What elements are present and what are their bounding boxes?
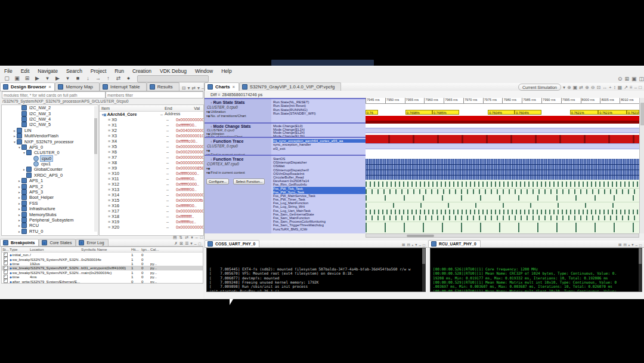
breakpoint-row[interactable]: ◆sw_breakp... /S32N79_System/NXP_S32N...… bbox=[2, 266, 203, 270]
debug-icon[interactable]: ▶ bbox=[33, 75, 42, 83]
register-row[interactable]: ≡ X18 – 0xffffffffff.. bbox=[100, 214, 203, 219]
tree-item[interactable]: ▸ MultiVendorFlash bbox=[2, 133, 98, 139]
maximize-icon[interactable]: □ bbox=[199, 242, 201, 246]
section-function-trace2-params[interactable]: Function Trace CORTEX_M7.cpu0 ▾◆ ▾◆Find … bbox=[205, 155, 271, 233]
param-label[interactable]: Find in current context bbox=[210, 171, 244, 174]
view-menu-icon[interactable]: ▾ bbox=[415, 242, 417, 247]
maximize-icon[interactable]: □ bbox=[423, 243, 425, 247]
tree-item[interactable]: ▸ APS_1 bbox=[2, 178, 98, 183]
col-val[interactable]: Val bbox=[183, 105, 203, 111]
param-label[interactable]: Utilization bbox=[210, 110, 225, 113]
tree-expander-icon[interactable]: ▸ bbox=[17, 184, 21, 189]
terminal-scrollbar[interactable] bbox=[422, 248, 425, 291]
run-icon[interactable]: ▶ bbox=[53, 75, 62, 83]
param-expander-icon[interactable]: ▾◆ bbox=[206, 110, 210, 113]
chart-horizontal-scrollbar[interactable] bbox=[366, 233, 639, 238]
col-location[interactable]: Location bbox=[30, 247, 81, 252]
breakpoint-checkbox[interactable] bbox=[4, 279, 8, 283]
col-type[interactable]: Type bbox=[10, 247, 30, 252]
tree-expander-icon[interactable]: ▾ bbox=[13, 140, 17, 144]
grid-icon[interactable]: ▦ bbox=[618, 85, 623, 90]
configure-button[interactable]: Configure... bbox=[206, 179, 229, 184]
register-row[interactable]: ≡ X10 – 0xffffff0000.. bbox=[100, 171, 203, 176]
collapse-all-icon[interactable]: ⊟ bbox=[182, 85, 186, 91]
tree-item[interactable]: I2C_NW_3 bbox=[2, 110, 98, 116]
breakpoint-row[interactable]: ◆initial_run... / 1 0 bbox=[2, 253, 203, 257]
tree-item[interactable]: ▸ Boot_Helper bbox=[2, 195, 98, 200]
col-item[interactable]: Item bbox=[100, 105, 163, 111]
simulation-selector[interactable]: Current Simulation bbox=[518, 84, 561, 91]
register-row[interactable]: ≡ X16 – 0xffffffff00.. bbox=[100, 203, 203, 208]
zoom-fit-icon[interactable]: ⊡ bbox=[596, 85, 600, 90]
tree-item[interactable]: I2C_NW_2 bbox=[2, 105, 98, 110]
register-row[interactable]: ≡ X8 – 0x0000000000.. bbox=[100, 160, 203, 165]
section-function-trace1-params[interactable]: Function Trace CLUSTER_0.cpu0 ▾◆ ▾◆Find … bbox=[205, 137, 271, 155]
terminal-scrollbar[interactable] bbox=[639, 248, 642, 291]
tree-expander-icon[interactable]: ▸ bbox=[17, 213, 21, 217]
register-row[interactable]: ≡ X0 – 0x0000000000.. bbox=[100, 117, 203, 122]
modules-filter-input[interactable] bbox=[2, 91, 106, 99]
register-group-row[interactable]: ▾▣ AArch64_Core – bbox=[100, 112, 203, 117]
pin-console-icon[interactable]: ▪ bbox=[412, 243, 413, 247]
register-row[interactable]: ≡ X11 – 0xffffffff00.. bbox=[100, 176, 203, 182]
minimize-icon[interactable]: – bbox=[194, 242, 197, 246]
menu-item[interactable]: Search bbox=[62, 68, 86, 74]
tree-expander-icon[interactable]: ▸ bbox=[17, 218, 21, 222]
show-full-paths-icon[interactable]: ☰ bbox=[185, 241, 188, 246]
link-with-editor-icon[interactable]: ⇄ bbox=[191, 85, 196, 91]
console-tab[interactable]: ▦ COSS_UART_PHY_0 bbox=[205, 240, 259, 247]
legend-item[interactable]: el3_exit bbox=[273, 147, 366, 150]
step-into-icon[interactable]: ↓ bbox=[83, 75, 92, 83]
register-row[interactable]: ≡ X1 – 0xffffffff00.. bbox=[100, 122, 203, 128]
view-menu-icon[interactable]: ▾ bbox=[197, 85, 200, 91]
view-tab[interactable]: ▤ Memory Map bbox=[55, 82, 100, 91]
maximize-icon[interactable]: □ bbox=[639, 85, 642, 90]
register-row[interactable]: ≡ X5 – 0x0000000000.. bbox=[100, 144, 203, 149]
refresh-icon[interactable]: ⇄ bbox=[579, 85, 583, 90]
breakpoint-icon[interactable]: ● bbox=[124, 75, 133, 83]
debug-perspective-icon[interactable]: ◫ bbox=[639, 76, 644, 82]
filter-dropdown-icon[interactable]: ▾ bbox=[187, 85, 190, 91]
tree-item[interactable]: ▸ MemoryStubs bbox=[2, 211, 98, 217]
tree-expander-icon[interactable]: ▸ bbox=[17, 229, 21, 233]
breakpoint-row[interactable]: ◆time 192us 1 0 py... bbox=[2, 262, 203, 266]
tree-item[interactable]: ▾ NXP_S32N79_processor bbox=[2, 139, 98, 144]
legend-item[interactable]: FuncToRX_BMS_ICMr bbox=[273, 227, 366, 231]
tree-expander-icon[interactable]: ▸ bbox=[17, 195, 21, 199]
scroll-lock-icon[interactable]: ⊟ bbox=[407, 242, 410, 247]
zoom-out-icon[interactable]: ⊖ bbox=[591, 85, 595, 90]
menu-item[interactable]: Window bbox=[191, 68, 217, 74]
tree-item[interactable]: ▸ RCU bbox=[2, 223, 98, 228]
register-row[interactable]: ≡ X20 – 0x0000000000.. bbox=[100, 224, 203, 230]
tree-expander-icon[interactable]: ▸ bbox=[17, 201, 21, 205]
tree-expander-icon[interactable]: ▸ bbox=[13, 128, 17, 133]
tree-item[interactable]: ▸ FSS bbox=[2, 201, 98, 206]
register-row[interactable]: ≡ X15 – 0x00000000fb.. bbox=[100, 198, 203, 203]
measure-icon[interactable]: ↕ bbox=[614, 85, 616, 90]
register-row[interactable]: ≡ X4 – 0xfffffffc00.. bbox=[100, 139, 203, 144]
chart-vertical-scrollbar[interactable] bbox=[639, 98, 644, 233]
tree-item[interactable]: I2C_NW_5 bbox=[2, 122, 98, 127]
menu-item[interactable]: Edit bbox=[17, 68, 34, 74]
menu-item[interactable]: Project bbox=[86, 68, 110, 74]
scroll-lock-icon[interactable]: ⊟ bbox=[623, 242, 626, 247]
register-row[interactable]: ≡ X19 – 0xffffffffcc.. bbox=[100, 219, 203, 224]
col-end-address[interactable]: End Address bbox=[163, 105, 183, 111]
save-icon[interactable]: ▣ bbox=[13, 75, 21, 83]
breakpoint-row[interactable]: ◆sw_breakp... /S32N79_System/NXP_S32N...… bbox=[2, 270, 203, 275]
remove-breakpoint-icon[interactable]: ✗ bbox=[174, 241, 178, 246]
view-tab[interactable]: ◆ Design Browser × bbox=[0, 82, 55, 91]
section-mode-change-params[interactable]: Mode Change Stats CLUSTER_0.cpu0 ▾◆Utili… bbox=[205, 122, 271, 137]
view-tab[interactable]: ▲ Error Log bbox=[76, 239, 108, 246]
minimize-icon[interactable]: – bbox=[634, 85, 637, 90]
close-icon[interactable]: × bbox=[233, 85, 235, 89]
view-menu-icon[interactable]: ▾ bbox=[631, 242, 633, 247]
cursor-icon[interactable]: + bbox=[609, 85, 612, 90]
tree-expander-icon[interactable]: ▸ bbox=[22, 167, 26, 171]
tree-expander-icon[interactable]: ▾ bbox=[17, 145, 21, 149]
col-callback[interactable]: Cal... bbox=[150, 247, 203, 252]
tree-expander-icon[interactable]: ▸ bbox=[17, 207, 21, 211]
minimize-icon[interactable]: – bbox=[419, 243, 421, 247]
col-symbolic-name[interactable]: Symbolic Name bbox=[81, 247, 131, 252]
view-tab[interactable]: ◉ Core States bbox=[39, 239, 76, 246]
